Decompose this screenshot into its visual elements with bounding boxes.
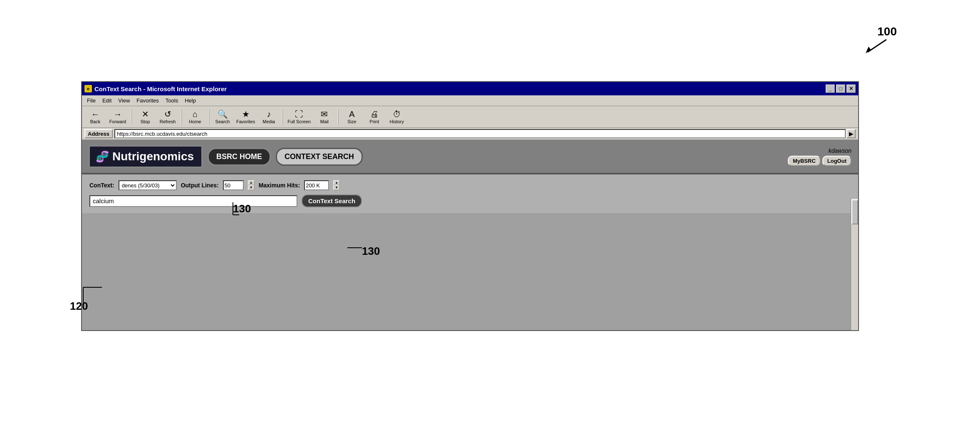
max-hits-down[interactable]: ▼: [333, 185, 340, 190]
toolbar-separator-1: [131, 109, 132, 125]
minimize-button[interactable]: _: [826, 85, 835, 93]
max-hits-label: Maximum Hits:: [259, 182, 300, 189]
close-button[interactable]: ✕: [846, 85, 856, 93]
scrollbar-thumb[interactable]: [851, 199, 858, 224]
menu-view[interactable]: View: [115, 97, 133, 105]
menu-bar: File Edit View Favorites Tools Help: [82, 95, 858, 106]
fullscreen-icon: ⛶: [295, 110, 303, 118]
browser-icon: e: [84, 85, 92, 92]
context-select[interactable]: denes (5/30/03): [119, 180, 177, 190]
history-label: History: [390, 119, 404, 124]
menu-edit[interactable]: Edit: [99, 97, 115, 105]
address-label: Address: [84, 129, 113, 138]
mybsrc-button[interactable]: MyBSRC: [788, 156, 821, 166]
output-lines-input[interactable]: [223, 180, 244, 190]
favorites-label: Favorites: [236, 119, 255, 124]
favorites-icon: ★: [242, 110, 250, 118]
username-display: kdawson: [829, 147, 851, 154]
context-label: ConText:: [89, 182, 114, 189]
page-header: 🧬 Nutrigenomics BSRC HOME CONTEXT SEARCH…: [82, 140, 858, 174]
toolbar: ← Back → Forward ✕ Stop ↺ Refresh ⌂ Home…: [82, 106, 858, 128]
nutrigenomics-logo: 🧬 Nutrigenomics: [89, 145, 203, 168]
media-button[interactable]: ♪ Media: [258, 107, 280, 127]
toolbar-separator-4: [282, 109, 283, 125]
refresh-button[interactable]: ↺ Refresh: [157, 107, 178, 127]
search-toolbar-label: Search: [215, 119, 230, 124]
dna-icon: 🧬: [96, 150, 109, 163]
address-bar: Address ▶: [82, 128, 858, 140]
menu-file[interactable]: File: [84, 97, 99, 105]
label-130-a: 130: [233, 202, 251, 215]
menu-favorites[interactable]: Favorites: [133, 97, 162, 105]
forward-icon: →: [114, 110, 122, 118]
search-button[interactable]: 🔍 Search: [212, 107, 233, 127]
fullscreen-button[interactable]: ⛶ Full Screen: [285, 107, 313, 127]
mail-icon: ✉: [321, 110, 328, 118]
size-label: Size: [347, 119, 356, 124]
title-bar: e ConText Search - Microsoft Internet Ex…: [82, 82, 858, 95]
home-icon: ⌂: [193, 110, 198, 118]
menu-tools[interactable]: Tools: [162, 97, 181, 105]
user-area: kdawson MyBSRC LogOut: [788, 147, 851, 166]
context-search-button[interactable]: ConText Search: [302, 194, 362, 207]
media-icon: ♪: [267, 110, 271, 118]
history-button[interactable]: ⏱ History: [386, 107, 408, 127]
toolbar-separator-2: [181, 109, 182, 125]
scrollbar-right[interactable]: [851, 199, 858, 330]
forward-label: Forward: [109, 119, 126, 124]
print-label: Print: [370, 119, 379, 124]
max-hits-up[interactable]: ▲: [333, 180, 340, 185]
max-hits-spinner[interactable]: ▲ ▼: [333, 180, 340, 190]
label-120: 120: [70, 300, 88, 313]
diagram-number: 100: [877, 25, 897, 38]
back-icon: ←: [91, 110, 99, 118]
title-bar-buttons: _ □ ✕: [826, 85, 856, 93]
size-button[interactable]: A Size: [341, 107, 363, 127]
print-button[interactable]: 🖨 Print: [364, 107, 385, 127]
logout-button[interactable]: LogOut: [822, 156, 851, 166]
refresh-label: Refresh: [160, 119, 176, 124]
search-controls-row: ConText: denes (5/30/03) Output Lines: ▲…: [89, 180, 851, 190]
home-label: Home: [189, 119, 201, 124]
home-button[interactable]: ⌂ Home: [184, 107, 206, 127]
stop-icon: ✕: [142, 110, 149, 118]
search-form-area: ConText: denes (5/30/03) Output Lines: ▲…: [82, 174, 858, 213]
fullscreen-label: Full Screen: [287, 119, 311, 124]
page-content: 🧬 Nutrigenomics BSRC HOME CONTEXT SEARCH…: [82, 140, 858, 330]
media-label: Media: [262, 119, 275, 124]
history-icon: ⏱: [393, 110, 401, 118]
bsrc-home-button[interactable]: BSRC HOME: [208, 148, 271, 166]
toolbar-separator-5: [338, 109, 339, 125]
label-130-b: 130: [362, 245, 380, 258]
browser-title: ConText Search - Microsoft Internet Expl…: [94, 85, 826, 92]
output-lines-up[interactable]: ▲: [248, 180, 255, 185]
mail-button[interactable]: ✉ Mail: [314, 107, 335, 127]
address-input[interactable]: [114, 129, 846, 138]
logo-text: Nutrigenomics: [112, 150, 194, 163]
mail-label: Mail: [320, 119, 329, 124]
context-search-nav-button[interactable]: CONTEXT SEARCH: [276, 148, 363, 166]
browser-window: e ConText Search - Microsoft Internet Ex…: [81, 81, 859, 331]
output-lines-down[interactable]: ▼: [248, 185, 255, 190]
address-go-button[interactable]: ▶: [846, 129, 856, 138]
favorites-button[interactable]: ★ Favorites: [234, 107, 257, 127]
menu-help[interactable]: Help: [181, 97, 199, 105]
search-input[interactable]: [89, 195, 297, 207]
stop-label: Stop: [141, 119, 150, 124]
stop-button[interactable]: ✕ Stop: [134, 107, 156, 127]
refresh-icon: ↺: [164, 110, 171, 118]
diagram-arrow: [864, 37, 888, 54]
restore-button[interactable]: □: [836, 85, 845, 93]
forward-button[interactable]: → Forward: [107, 107, 129, 127]
back-label: Back: [90, 119, 100, 124]
print-icon: 🖨: [370, 110, 379, 118]
back-button[interactable]: ← Back: [84, 107, 106, 127]
search-icon: 🔍: [218, 110, 228, 118]
search-row: ConText Search: [89, 194, 851, 207]
size-icon: A: [349, 110, 354, 118]
output-lines-label: Output Lines:: [181, 182, 219, 189]
user-buttons: MyBSRC LogOut: [788, 156, 851, 166]
max-hits-input[interactable]: [304, 180, 329, 190]
toolbar-separator-3: [208, 109, 209, 125]
output-lines-spinner[interactable]: ▲ ▼: [248, 180, 255, 190]
